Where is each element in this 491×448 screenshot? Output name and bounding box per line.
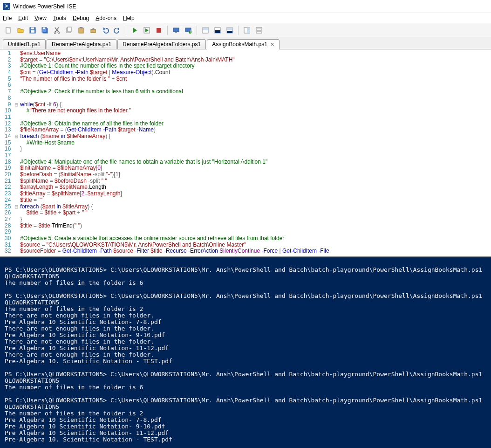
fold-toggle[interactable]: ⊟ <box>14 204 19 210</box>
svg-text:+: + <box>189 28 192 34</box>
code-area[interactable]: $env:UserName$target = "C:\Users\$env:Us… <box>19 49 329 256</box>
svg-rect-14 <box>79 28 83 33</box>
show-both-button[interactable] <box>224 25 235 36</box>
fold-toggle <box>14 191 19 197</box>
tab-2[interactable]: RenamePreAlgebraFolders.ps1 <box>117 39 206 49</box>
code-line[interactable]: #"There are not enough files in the fold… <box>20 108 329 114</box>
code-line[interactable]: $title = $title.TrimEnd(" ") <box>20 223 329 229</box>
show-command-button[interactable] <box>241 25 252 36</box>
code-line[interactable]: #Objective 2: Check if the number is les… <box>20 89 329 95</box>
fold-toggle <box>14 57 19 63</box>
line-number: 14 <box>5 133 11 140</box>
code-line[interactable] <box>20 114 329 121</box>
code-editor[interactable]: 1234567891011121314151617181920212223242… <box>0 49 491 256</box>
code-line[interactable]: $title = "" <box>20 197 329 204</box>
code-line[interactable]: #Write-Host $name <box>20 140 329 146</box>
svg-rect-29 <box>203 28 208 30</box>
code-line[interactable]: "The number of files in the folder is " … <box>20 76 329 83</box>
tab-close-icon[interactable]: ✕ <box>270 41 274 48</box>
code-line[interactable]: $target = "C:\Users\$env:UserName\Mr. An… <box>20 57 329 63</box>
code-line[interactable]: $cnt = (Get-ChildItem -Path $target | Me… <box>20 69 329 76</box>
paste-button[interactable] <box>75 25 87 36</box>
code-line[interactable]: #Objective 1: Count the number of files … <box>20 63 329 69</box>
code-line[interactable]: while($cnt -lt 6) { <box>20 102 329 108</box>
run-selection-button[interactable] <box>141 25 152 36</box>
tab-0[interactable]: Untitled1.ps1 <box>3 39 46 49</box>
fold-toggle <box>14 235 19 242</box>
menu-edit[interactable]: Edit <box>18 15 28 21</box>
menu-addons[interactable]: Add-ons <box>95 15 116 21</box>
undo-icon <box>102 27 109 34</box>
new-file-button[interactable] <box>3 25 14 36</box>
line-number: 11 <box>5 114 11 121</box>
line-number: 6 <box>5 82 11 89</box>
fold-toggle <box>14 172 19 178</box>
show-command-icon <box>243 27 251 34</box>
code-line[interactable]: foreach ($part in $titleArray) { <box>20 204 329 210</box>
fold-toggle[interactable]: ⊟ <box>14 102 19 108</box>
fold-toggle <box>14 69 19 76</box>
line-number: 19 <box>5 165 11 172</box>
copy-button[interactable] <box>63 25 75 36</box>
stop-button[interactable] <box>153 25 164 36</box>
code-line[interactable]: foreach ($name in $fileNameArray) { <box>20 133 329 140</box>
fold-toggle <box>14 210 19 216</box>
code-line[interactable]: $splitName = $beforeDash -split " " <box>20 178 329 185</box>
menu-file[interactable]: File <box>3 15 12 21</box>
line-number: 16 <box>5 146 11 152</box>
line-number: 2 <box>5 57 11 63</box>
fold-toggle <box>14 165 19 172</box>
line-number: 32 <box>5 248 11 255</box>
menu-debug[interactable]: Debug <box>73 15 89 21</box>
line-number: 13 <box>5 127 11 133</box>
new-file-icon <box>5 27 12 34</box>
code-line[interactable]: #Objective 5: Create a variable that acc… <box>20 235 329 242</box>
code-line[interactable] <box>20 82 329 89</box>
code-line[interactable]: #Objective 3: Obtain the names of all th… <box>20 121 329 127</box>
tab-3[interactable]: AssignBooksMath.ps1✕ <box>207 39 280 49</box>
remote-button[interactable] <box>170 25 182 36</box>
toolbar-separator <box>167 26 168 35</box>
code-line[interactable] <box>20 152 329 159</box>
run-script-button[interactable] <box>129 25 140 36</box>
code-line[interactable]: } <box>20 146 329 152</box>
new-remote-button[interactable]: + <box>183 25 194 36</box>
show-console-button[interactable] <box>212 25 223 36</box>
line-number: 29 <box>5 229 11 235</box>
open-file-button[interactable] <box>15 25 26 36</box>
code-line[interactable]: $title = $title + $part + " " <box>20 210 329 216</box>
redo-button[interactable] <box>112 25 123 36</box>
undo-button[interactable] <box>100 25 111 36</box>
code-line[interactable]: $arrayLength = $splitName.Length <box>20 184 329 191</box>
svg-marker-17 <box>103 28 106 30</box>
code-line[interactable]: $beforeDash = ($initialName -split "-")[… <box>20 172 329 178</box>
code-line[interactable] <box>20 95 329 102</box>
clear-button[interactable] <box>88 25 99 36</box>
save-all-icon <box>41 27 48 34</box>
menu-view[interactable]: View <box>34 15 47 21</box>
code-line[interactable]: $titleArray = $splitName[2..$arrayLength… <box>20 191 329 197</box>
cut-button[interactable] <box>51 25 62 36</box>
code-line[interactable]: $env:UserName <box>20 50 329 57</box>
code-line[interactable]: $fileNameArray = (Get-ChildItem -Path $t… <box>20 127 329 133</box>
console-pane[interactable]: PS C:\Users\QLOWORKSTATION5> C:\Users\QL… <box>0 256 491 448</box>
menu-tools[interactable]: Tools <box>53 15 66 21</box>
code-line[interactable]: } <box>20 216 329 223</box>
save-all-button[interactable] <box>39 25 50 36</box>
tab-strip: Untitled1.ps1RenamePreAlgebra.ps1RenameP… <box>0 37 491 49</box>
fold-toggle[interactable]: ⊟ <box>14 133 19 140</box>
show-script-button[interactable] <box>200 25 211 36</box>
save-button[interactable] <box>27 25 38 36</box>
svg-rect-6 <box>31 30 34 33</box>
show-commands-button[interactable] <box>253 25 265 36</box>
menu-help[interactable]: Help <box>123 15 135 21</box>
line-number: 3 <box>5 63 11 69</box>
code-line[interactable]: $source = "C:\Users\QLOWORKSTATION5\Mr. … <box>20 242 329 248</box>
fold-column[interactable]: ⊟⊟⊟ <box>14 49 19 256</box>
code-line[interactable] <box>20 229 329 235</box>
svg-rect-13 <box>68 27 71 32</box>
tab-1[interactable]: RenamePreAlgebra.ps1 <box>47 39 116 49</box>
code-line[interactable]: #Objective 4: Manipulate one of the file… <box>20 159 329 165</box>
code-line[interactable]: $initialName = $fileNameArray[0] <box>20 165 329 172</box>
code-line[interactable]: $sourceFolder = Get-ChildItem -Path $sou… <box>20 248 329 255</box>
